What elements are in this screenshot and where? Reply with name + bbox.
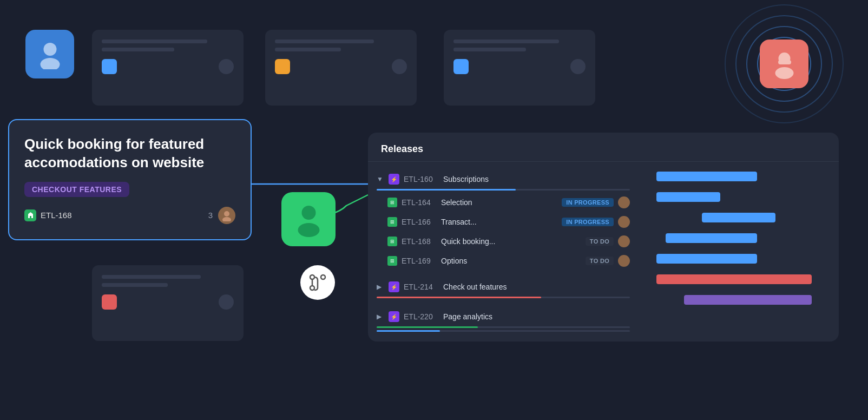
card-footer-right: 3 (208, 207, 235, 224)
svg-point-9 (310, 275, 314, 279)
sub-name-168: Quick booking... (441, 237, 581, 246)
bg-card-1 (92, 30, 244, 106)
person-icon-green (291, 202, 326, 237)
sub-id-166: ETL-166 (402, 218, 437, 226)
bg-card-3 (444, 30, 595, 106)
gantt-row-0 (647, 166, 830, 187)
release-group-160: ▼ ⚡ ETL-160 Subscriptions ⊞ ETL-164 Sele… (368, 166, 639, 274)
gantt-bar-4 (656, 254, 757, 264)
expand-icon-220[interactable]: ▶ (377, 313, 384, 320)
gantt-row-1 (647, 187, 830, 207)
sub-user-168 (618, 235, 630, 247)
progress-bar-220 (377, 326, 630, 328)
user-avatar-sm (218, 207, 235, 224)
progress-fill-214 (377, 297, 541, 298)
sub-icon-169: ⊞ (387, 256, 397, 266)
release-row-160[interactable]: ▼ ⚡ ETL-160 Subscriptions (368, 169, 639, 189)
status-badge-164: IN PROGRESS (562, 198, 614, 207)
sub-user-166 (618, 216, 630, 228)
count-badge: 3 (208, 211, 213, 220)
sub-row-169[interactable]: ⊞ ETL-169 Options TO DO (368, 251, 639, 271)
sub-row-164[interactable]: ⊞ ETL-164 Selection IN PROGRESS (368, 193, 639, 212)
etl-icon (24, 209, 36, 221)
release-id-220: ETL-220 (404, 312, 439, 321)
svg-point-6 (222, 217, 231, 221)
gantt-row-3 (647, 228, 830, 248)
release-id-214: ETL-214 (404, 283, 439, 291)
svg-point-7 (301, 206, 315, 220)
expand-icon-214[interactable]: ▶ (377, 283, 384, 291)
sub-icon-164: ⊞ (387, 198, 397, 207)
progress-fill-220 (377, 326, 478, 328)
main-scene: Quick booking for featured accomodations… (0, 0, 868, 420)
person-icon-blue (35, 40, 65, 69)
avatar-pink (760, 40, 808, 88)
releases-list: ▼ ⚡ ETL-160 Subscriptions ⊞ ETL-164 Sele… (368, 162, 639, 342)
progress-bar-160 (377, 189, 630, 191)
sub-icon-168: ⊞ (387, 237, 397, 246)
svg-rect-3 (778, 60, 791, 64)
git-icon (308, 273, 327, 292)
checkout-badge: CHECKOUT FEATURES (24, 182, 129, 197)
progress-fill-160 (377, 189, 516, 191)
svg-point-10 (321, 275, 325, 279)
progress-bar-214 (377, 297, 630, 298)
release-row-220[interactable]: ▶ ⚡ ETL-220 Page analytics (368, 307, 639, 326)
sub-user-164 (618, 196, 630, 208)
avatar-green (281, 192, 336, 246)
etl-id: ETL-168 (24, 209, 72, 221)
sub-name-166: Transact... (441, 218, 557, 226)
gantt-row-4 (647, 248, 830, 269)
svg-point-11 (310, 286, 314, 290)
sub-id-164: ETL-164 (402, 198, 437, 207)
bg-card-2 (265, 30, 417, 106)
sub-icon-166: ⊞ (387, 217, 397, 227)
release-group-220: ▶ ⚡ ETL-220 Page analytics (368, 304, 639, 337)
expand-icon-160[interactable]: ▼ (377, 175, 384, 183)
svg-point-5 (224, 211, 229, 216)
avatar-pink-container (735, 15, 833, 113)
bg-card-4 (92, 265, 244, 341)
gantt-bar-2 (702, 213, 775, 222)
release-row-214[interactable]: ▶ ⚡ ETL-214 Check out features (368, 277, 639, 297)
person-icon-pink (770, 49, 799, 79)
git-circle (300, 265, 335, 300)
gantt-bar-6 (684, 295, 812, 305)
sub-name-164: Selection (441, 198, 557, 207)
feature-card-title: Quick booking for featured accomodations… (24, 135, 235, 172)
status-badge-168: TO DO (586, 237, 614, 246)
release-group-214: ▶ ⚡ ETL-214 Check out features (368, 274, 639, 304)
avatar-blue (25, 30, 74, 78)
gantt-bar-0 (656, 172, 757, 181)
releases-header: Releases (368, 133, 839, 162)
gantt-area (639, 162, 839, 342)
gantt-bar-1 (656, 192, 720, 202)
checkout-badge-text: CHECKOUT FEATURES (32, 185, 122, 194)
gantt-row-5 (647, 269, 830, 290)
svg-point-4 (775, 67, 793, 79)
gantt-bar-3 (666, 233, 757, 243)
gantt-row-2 (647, 207, 830, 228)
gantt-row-6 (647, 290, 830, 310)
gantt-bar-5 (656, 274, 812, 284)
feature-card: Quick booking for featured accomodations… (8, 119, 252, 240)
release-name-160: Subscriptions (443, 175, 630, 183)
sub-user-169 (618, 255, 630, 267)
release-icon-220: ⚡ (389, 311, 399, 322)
releases-content: ▼ ⚡ ETL-160 Subscriptions ⊞ ETL-164 Sele… (368, 162, 839, 342)
sub-row-168[interactable]: ⊞ ETL-168 Quick booking... TO DO (368, 232, 639, 251)
status-badge-169: TO DO (586, 257, 614, 265)
etl-id-label: ETL-168 (41, 211, 72, 220)
release-icon-160: ⚡ (389, 174, 399, 185)
sub-row-166[interactable]: ⊞ ETL-166 Transact... IN PROGRESS (368, 212, 639, 232)
release-icon-214: ⚡ (389, 281, 399, 292)
sub-id-168: ETL-168 (402, 237, 437, 246)
svg-point-8 (298, 223, 319, 237)
svg-point-0 (43, 43, 56, 56)
sub-id-169: ETL-169 (402, 257, 437, 265)
status-badge-166: IN PROGRESS (562, 218, 614, 226)
svg-point-1 (40, 58, 60, 69)
card-footer: ETL-168 3 (24, 207, 235, 224)
release-id-160: ETL-160 (404, 175, 439, 183)
sub-name-169: Options (441, 257, 581, 265)
